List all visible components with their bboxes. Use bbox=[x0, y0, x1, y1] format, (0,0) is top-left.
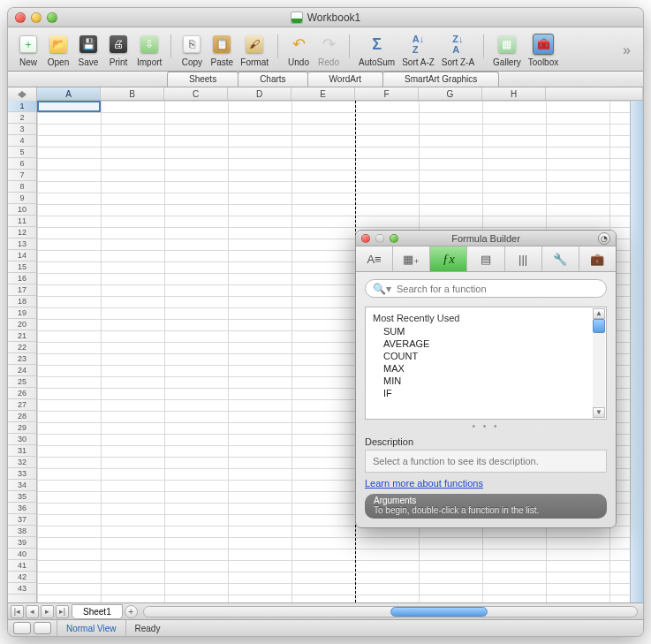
row-header-4[interactable]: 4 bbox=[8, 135, 36, 147]
row-header-23[interactable]: 23 bbox=[8, 353, 36, 365]
row-header-8[interactable]: 8 bbox=[8, 181, 36, 193]
row-header-41[interactable]: 41 bbox=[8, 560, 36, 572]
col-header-H[interactable]: H bbox=[482, 87, 546, 100]
undo-button[interactable]: ↶Undo bbox=[284, 31, 314, 69]
row-header-38[interactable]: 38 bbox=[8, 526, 36, 537]
tab-nav-prev[interactable]: ◂ bbox=[26, 605, 39, 618]
palette-tab-object[interactable]: ▦₊ bbox=[393, 246, 430, 271]
active-cell[interactable] bbox=[37, 101, 101, 112]
palette-tab-projects[interactable]: 💼 bbox=[579, 246, 616, 271]
palette-tab-reference[interactable]: ||| bbox=[505, 246, 542, 271]
hscroll-thumb[interactable] bbox=[390, 607, 488, 617]
row-header-12[interactable]: 12 bbox=[8, 227, 36, 239]
col-header-A[interactable]: A bbox=[37, 87, 101, 100]
paste-button[interactable]: 📋Paste bbox=[207, 31, 237, 69]
row-header-13[interactable]: 13 bbox=[8, 239, 36, 250]
tab-sheets[interactable]: Sheets bbox=[167, 72, 238, 87]
row-header-32[interactable]: 32 bbox=[8, 457, 36, 468]
import-button[interactable]: ⇩Import bbox=[133, 31, 165, 69]
col-header-E[interactable]: E bbox=[291, 87, 355, 100]
sort-az-button[interactable]: A↓ZSort A-Z bbox=[398, 31, 438, 69]
palette-tab-scrapbook[interactable]: ▤ bbox=[467, 246, 504, 271]
row-header-3[interactable]: 3 bbox=[8, 124, 36, 135]
row-header-17[interactable]: 17 bbox=[8, 284, 36, 296]
row-header-36[interactable]: 36 bbox=[8, 503, 36, 514]
row-header-15[interactable]: 15 bbox=[8, 261, 36, 273]
row-header-20[interactable]: 20 bbox=[8, 319, 36, 330]
row-header-42[interactable]: 42 bbox=[8, 572, 36, 583]
print-button[interactable]: 🖨Print bbox=[103, 31, 133, 69]
row-header-14[interactable]: 14 bbox=[8, 250, 36, 261]
row-header-30[interactable]: 30 bbox=[8, 434, 36, 445]
toolbar-overflow-button[interactable]: » bbox=[616, 39, 638, 62]
view-normal-button[interactable] bbox=[13, 622, 31, 634]
row-header-2[interactable]: 2 bbox=[8, 112, 36, 124]
tab-smartart[interactable]: SmartArt Graphics bbox=[382, 72, 499, 87]
row-header-33[interactable]: 33 bbox=[8, 468, 36, 480]
col-header-F[interactable]: F bbox=[355, 87, 419, 100]
view-page-button[interactable] bbox=[34, 622, 51, 634]
row-header-35[interactable]: 35 bbox=[8, 491, 36, 503]
scroll-thumb[interactable] bbox=[593, 319, 605, 333]
save-button[interactable]: 💾Save bbox=[73, 31, 103, 69]
row-header-28[interactable]: 28 bbox=[8, 411, 36, 422]
row-header-10[interactable]: 10 bbox=[8, 204, 36, 216]
col-header-G[interactable]: G bbox=[419, 87, 482, 100]
vertical-scrollbar[interactable] bbox=[630, 101, 643, 602]
format-button[interactable]: 🖌Format bbox=[237, 31, 272, 69]
toolbox-button[interactable]: 🧰Toolbox bbox=[525, 31, 562, 69]
scroll-up-button[interactable]: ▲ bbox=[593, 308, 605, 319]
row-header-6[interactable]: 6 bbox=[8, 158, 36, 170]
row-header-18[interactable]: 18 bbox=[8, 296, 36, 307]
row-header-22[interactable]: 22 bbox=[8, 342, 36, 353]
row-header-19[interactable]: 19 bbox=[8, 307, 36, 319]
col-header-D[interactable]: D bbox=[228, 87, 291, 100]
row-header-5[interactable]: 5 bbox=[8, 147, 36, 158]
tab-nav-next[interactable]: ▸ bbox=[41, 605, 54, 618]
row-header-24[interactable]: 24 bbox=[8, 365, 36, 376]
sort-za-button[interactable]: Z↓ASort Z-A bbox=[438, 31, 478, 69]
palette-tab-compatibility[interactable]: 🔧 bbox=[542, 246, 579, 271]
select-all-corner[interactable] bbox=[8, 87, 37, 101]
row-header-7[interactable]: 7 bbox=[8, 170, 36, 181]
row-header-26[interactable]: 26 bbox=[8, 388, 36, 399]
tab-nav-first[interactable]: |◂ bbox=[11, 605, 24, 618]
row-header-27[interactable]: 27 bbox=[8, 399, 36, 411]
sheet-tab-1[interactable]: Sheet1 bbox=[72, 604, 123, 619]
function-item[interactable]: MIN bbox=[366, 375, 606, 387]
palette-tab-formula[interactable]: ƒx bbox=[430, 246, 467, 271]
function-search-input[interactable] bbox=[397, 284, 599, 294]
palette-tab-formatting[interactable]: A≡ bbox=[356, 246, 393, 271]
tab-charts[interactable]: Charts bbox=[238, 72, 307, 87]
formula-builder-palette[interactable]: Formula Builder ◔ A≡ ▦₊ ƒx ▤ ||| 🔧 💼 🔍▾ … bbox=[355, 230, 617, 528]
learn-more-link[interactable]: Learn more about functions bbox=[365, 478, 607, 489]
row-header-43[interactable]: 43 bbox=[8, 583, 36, 595]
function-list-scrollbar[interactable]: ▲ ▼ bbox=[593, 308, 605, 418]
row-header-37[interactable]: 37 bbox=[8, 514, 36, 526]
row-header-25[interactable]: 25 bbox=[8, 376, 36, 388]
gallery-button[interactable]: ▦Gallery bbox=[489, 31, 525, 69]
add-sheet-button[interactable]: + bbox=[125, 605, 138, 618]
function-item[interactable]: SUM bbox=[366, 325, 606, 337]
scroll-down-button[interactable]: ▼ bbox=[593, 407, 605, 418]
function-search-field[interactable]: 🔍▾ bbox=[365, 279, 607, 298]
row-header-31[interactable]: 31 bbox=[8, 445, 36, 457]
row-header-34[interactable]: 34 bbox=[8, 480, 36, 491]
open-button[interactable]: 📂Open bbox=[43, 31, 73, 69]
function-list[interactable]: Most Recently Used SUM AVERAGE COUNT MAX… bbox=[365, 307, 607, 420]
function-item[interactable]: MAX bbox=[366, 362, 606, 375]
new-button[interactable]: ＋New bbox=[13, 31, 43, 69]
col-header-B[interactable]: B bbox=[101, 87, 164, 100]
row-header-9[interactable]: 9 bbox=[8, 193, 36, 204]
row-header-1[interactable]: 1 bbox=[8, 101, 36, 112]
row-header-11[interactable]: 11 bbox=[8, 216, 36, 227]
row-header-16[interactable]: 16 bbox=[8, 273, 36, 284]
copy-button[interactable]: ⎘Copy bbox=[177, 31, 207, 69]
row-header-29[interactable]: 29 bbox=[8, 422, 36, 434]
row-header-39[interactable]: 39 bbox=[8, 537, 36, 549]
row-header-21[interactable]: 21 bbox=[8, 330, 36, 342]
function-item[interactable]: IF bbox=[366, 387, 606, 399]
palette-titlebar[interactable]: Formula Builder ◔ bbox=[356, 231, 616, 246]
col-header-C[interactable]: C bbox=[164, 87, 228, 100]
function-item[interactable]: AVERAGE bbox=[366, 337, 606, 350]
